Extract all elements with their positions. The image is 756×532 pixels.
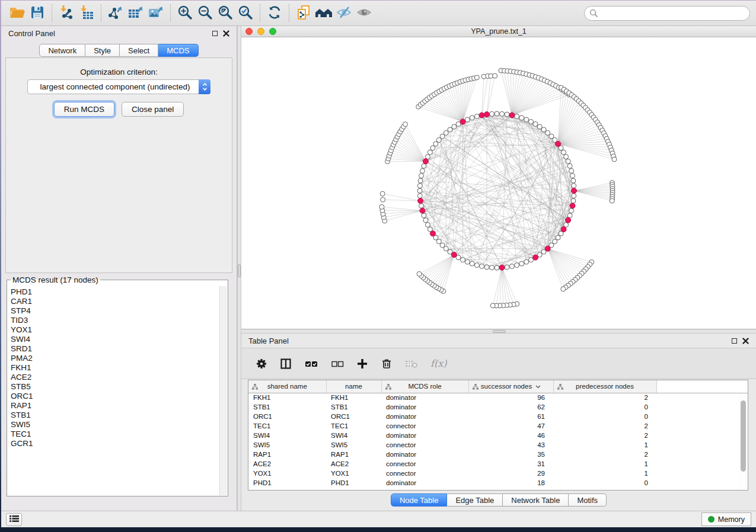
column-header-successor-nodes[interactable]: successor nodes	[468, 380, 553, 393]
mcds-result-item[interactable]: RAP1	[11, 401, 216, 411]
mcds-result-item[interactable]: TEC1	[11, 430, 216, 439]
cell-mcds-role[interactable]: dominator	[381, 402, 468, 412]
tab-mcds[interactable]: MCDS	[158, 44, 198, 57]
mcds-result-item[interactable]: TID3	[11, 316, 216, 325]
float-panel-icon[interactable]	[732, 338, 737, 344]
table-row[interactable]: YOX1YOX1connector291	[248, 469, 748, 478]
cell-shared-name[interactable]: RAP1	[248, 450, 326, 459]
cell-predecessor-nodes[interactable]: 0	[553, 478, 656, 488]
cell-successor-nodes[interactable]: 43	[468, 440, 553, 450]
cell-successor-nodes[interactable]: 62	[468, 402, 553, 412]
splitter-grip[interactable]	[238, 264, 241, 277]
table-row[interactable]: SWI4SWI4dominator462	[248, 431, 748, 440]
cell-shared-name[interactable]: ACE2	[248, 459, 326, 469]
cell-predecessor-nodes[interactable]: 2	[553, 393, 656, 402]
cell-shared-name[interactable]: TEC1	[248, 421, 326, 431]
cell-name[interactable]: FKH1	[326, 393, 381, 402]
table-row[interactable]: STB1STB1dominator620	[248, 402, 748, 412]
cell-mcds-role[interactable]: dominator	[381, 412, 468, 421]
sort-chevron-icon[interactable]	[535, 385, 541, 389]
deselect-all-rows-icon[interactable]	[331, 358, 344, 370]
horizontal-splitter[interactable]	[241, 329, 756, 334]
cell-name[interactable]: TEC1	[326, 421, 381, 431]
mcds-result-item[interactable]: FKH1	[11, 363, 216, 373]
first-neighbors-button[interactable]	[314, 3, 334, 23]
cell-name[interactable]: PHD1	[326, 478, 381, 488]
refresh-view-button[interactable]	[264, 3, 285, 23]
search-input[interactable]	[584, 6, 750, 21]
tab-style[interactable]: Style	[85, 44, 120, 57]
result-scrollbar[interactable]	[219, 286, 227, 495]
network-canvas[interactable]	[241, 37, 756, 329]
cell-successor-nodes[interactable]: 96	[468, 393, 553, 402]
cell-shared-name[interactable]: YOX1	[248, 469, 326, 478]
import-network-button[interactable]	[56, 3, 76, 23]
table-tab-node-table[interactable]: Node Table	[391, 493, 448, 507]
zoom-fit-button[interactable]	[215, 3, 235, 23]
table-row[interactable]: TEC1TEC1connector472	[248, 421, 748, 431]
zoom-in-button[interactable]	[175, 3, 195, 23]
mcds-result-item[interactable]: ORC1	[11, 392, 216, 401]
mcds-result-item[interactable]: SRD1	[11, 344, 216, 354]
table-tab-network-table[interactable]: Network Table	[503, 493, 569, 507]
tab-select[interactable]: Select	[120, 44, 158, 57]
cell-predecessor-nodes[interactable]: 0	[553, 402, 656, 412]
cell-mcds-role[interactable]: dominator	[381, 478, 468, 488]
zoom-out-button[interactable]	[195, 3, 215, 23]
cell-name[interactable]: SWI5	[326, 440, 381, 450]
export-network-button[interactable]	[106, 3, 126, 23]
close-panel-icon[interactable]	[223, 30, 229, 37]
network-nodes[interactable]	[379, 68, 617, 308]
cell-mcds-role[interactable]: connector	[381, 440, 468, 450]
cell-name[interactable]: ACE2	[326, 459, 381, 469]
add-column-icon[interactable]	[356, 358, 368, 370]
cell-name[interactable]: STB1	[326, 402, 381, 412]
cell-name[interactable]: ORC1	[326, 412, 381, 421]
column-header-predecessor-nodes[interactable]: predecessor nodes	[553, 380, 656, 393]
cell-mcds-role[interactable]: connector	[381, 459, 468, 469]
import-table-button[interactable]	[76, 3, 97, 23]
save-session-button[interactable]	[27, 3, 47, 23]
memory-button[interactable]: Memory	[701, 512, 751, 526]
criterion-select[interactable]: largest connected component (undirected)	[27, 79, 210, 94]
mcds-result-item[interactable]: STB1	[11, 411, 216, 420]
settings-gear-icon[interactable]	[256, 358, 267, 370]
cell-predecessor-nodes[interactable]: 1	[553, 469, 656, 478]
task-history-button[interactable]	[6, 513, 22, 526]
table-tab-motifs[interactable]: Motifs	[569, 493, 607, 507]
cell-mcds-role[interactable]: dominator	[381, 393, 468, 402]
cell-name[interactable]: YOX1	[326, 469, 381, 478]
cell-predecessor-nodes[interactable]: 2	[553, 450, 656, 459]
table-row[interactable]: ORC1ORC1dominator610	[248, 412, 748, 421]
tab-network[interactable]: Network	[39, 44, 85, 57]
mcds-result-item[interactable]: CAR1	[11, 297, 216, 306]
column-visibility-icon[interactable]	[280, 358, 292, 370]
cell-successor-nodes[interactable]: 31	[468, 459, 553, 469]
cell-shared-name[interactable]: ORC1	[248, 412, 326, 421]
mcds-result-item[interactable]: SWI4	[11, 335, 216, 344]
clone-network-button[interactable]	[294, 3, 314, 23]
table-scrollbar[interactable]	[739, 393, 747, 489]
export-table-button[interactable]	[126, 3, 146, 23]
cell-name[interactable]: RAP1	[326, 450, 381, 459]
mcds-result-item[interactable]: PMA2	[11, 354, 216, 363]
network-graph[interactable]	[241, 37, 755, 329]
vertical-splitter[interactable]	[237, 26, 241, 511]
table-row[interactable]: FKH1FKH1dominator962	[248, 393, 748, 402]
cell-successor-nodes[interactable]: 35	[468, 450, 553, 459]
mcds-result-item[interactable]: STB5	[11, 382, 216, 392]
column-header-shared-name[interactable]: shared name	[248, 380, 326, 393]
cell-shared-name[interactable]: SWI5	[248, 440, 326, 450]
cell-mcds-role[interactable]: dominator	[381, 431, 468, 440]
cell-successor-nodes[interactable]: 61	[468, 412, 553, 421]
select-all-rows-icon[interactable]	[304, 358, 318, 370]
cell-mcds-role[interactable]: dominator	[381, 450, 468, 459]
cell-mcds-role[interactable]: connector	[381, 469, 468, 478]
close-panel-icon[interactable]	[742, 338, 749, 344]
export-image-button[interactable]	[146, 3, 166, 23]
float-panel-icon[interactable]	[212, 31, 218, 36]
column-header-mcds-role[interactable]: MCDS role	[381, 380, 468, 393]
column-header-name[interactable]: name	[326, 380, 381, 393]
mcds-result-item[interactable]: YOX1	[11, 325, 216, 335]
cell-predecessor-nodes[interactable]: 1	[553, 440, 656, 450]
